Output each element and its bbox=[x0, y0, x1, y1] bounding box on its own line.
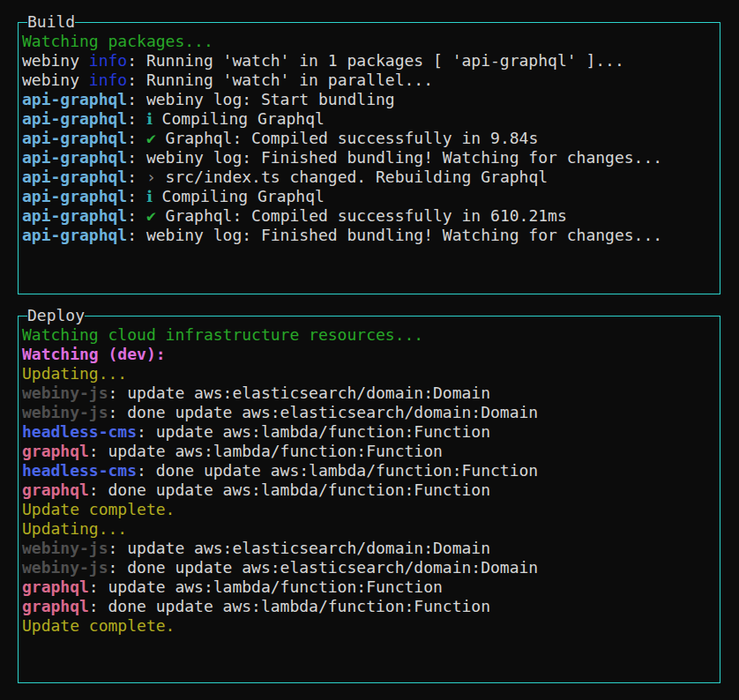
log-text: src/index.ts changed. Rebuilding Graphql bbox=[156, 168, 548, 186]
log-text: api-graphql bbox=[22, 90, 127, 108]
log-text: : update aws:lambda/function:Function bbox=[89, 442, 443, 460]
log-text: graphql bbox=[22, 442, 89, 460]
log-line: graphql: update aws:lambda/function:Func… bbox=[22, 577, 716, 597]
log-text: Update complete. bbox=[22, 500, 175, 518]
check-icon: ✔ bbox=[146, 206, 156, 225]
log-line: Update complete. bbox=[22, 616, 716, 636]
log-text: Updating... bbox=[22, 364, 127, 383]
log-text: : webiny log: Start bundling bbox=[127, 90, 394, 108]
check-icon: ✔ bbox=[146, 129, 156, 147]
build-panel-title: Build bbox=[27, 12, 75, 32]
log-text: : done update aws:lambda/function:Functi… bbox=[137, 461, 538, 480]
log-text: api-graphql bbox=[22, 206, 127, 225]
log-text: api-graphql bbox=[22, 168, 127, 186]
log-text: webiny bbox=[22, 71, 89, 89]
log-text: info bbox=[89, 51, 127, 70]
terminal-screen: { "palette": { "bg": "#0c0c0c", "border"… bbox=[0, 0, 739, 700]
log-line: Watching packages... bbox=[22, 32, 716, 51]
log-text: api-graphql bbox=[22, 187, 127, 205]
info-icon: ℹ bbox=[146, 109, 153, 128]
log-text: headless-cms bbox=[22, 461, 137, 480]
log-text: : webiny log: Finished bundling! Watchin… bbox=[127, 148, 662, 167]
log-text: : bbox=[127, 187, 146, 205]
log-line: webiny info: Running 'watch' in 1 packag… bbox=[22, 51, 716, 71]
log-line: webiny info: Running 'watch' in parallel… bbox=[22, 71, 716, 90]
log-text: webiny-js bbox=[22, 403, 108, 421]
log-line: api-graphql: ℹ Compiling Graphql bbox=[22, 187, 716, 206]
log-line: webiny-js: done update aws:elasticsearch… bbox=[22, 403, 716, 422]
log-text: graphql bbox=[22, 480, 89, 499]
log-text: graphql bbox=[22, 577, 89, 596]
log-text: : update aws:elasticsearch/domain:Domain bbox=[108, 384, 490, 402]
log-line: Updating... bbox=[22, 519, 716, 539]
log-text: webiny-js bbox=[22, 539, 108, 557]
log-text: Compiling Graphql bbox=[153, 187, 325, 205]
log-line: webiny-js: done update aws:elasticsearch… bbox=[22, 558, 716, 577]
log-line: Updating... bbox=[22, 364, 716, 384]
log-line: webiny-js: update aws:elasticsearch/doma… bbox=[22, 384, 716, 403]
log-text: : update aws:elasticsearch/domain:Domain bbox=[108, 539, 490, 557]
log-line: api-graphql: ✔ Graphql: Compiled success… bbox=[22, 129, 716, 148]
log-text: : done update aws:lambda/function:Functi… bbox=[89, 480, 490, 499]
log-line: Watching cloud infrastructure resources.… bbox=[22, 325, 716, 345]
log-text: : update aws:lambda/function:Function bbox=[137, 422, 490, 441]
log-text: : bbox=[127, 109, 146, 128]
log-text: api-graphql bbox=[22, 109, 127, 128]
log-line: graphql: update aws:lambda/function:Func… bbox=[22, 442, 716, 461]
log-line: api-graphql: ✔ Graphql: Compiled success… bbox=[22, 206, 716, 226]
log-text: Watching (dev): bbox=[22, 345, 166, 363]
deploy-panel: Deploy Watching cloud infrastructure res… bbox=[18, 316, 720, 683]
log-text: Update complete. bbox=[22, 616, 175, 635]
log-text: : bbox=[127, 129, 146, 147]
log-text: webiny-js bbox=[22, 558, 108, 577]
log-text: webiny bbox=[22, 51, 89, 70]
log-text: : webiny log: Finished bundling! Watchin… bbox=[127, 226, 662, 244]
log-text: api-graphql bbox=[22, 129, 127, 147]
log-text: Graphql: Compiled successfully in 610.21… bbox=[156, 206, 567, 225]
log-text: api-graphql bbox=[22, 148, 127, 167]
log-text: : done update aws:lambda/function:Functi… bbox=[89, 597, 490, 615]
log-text: headless-cms bbox=[22, 422, 137, 441]
log-text: Updating... bbox=[22, 519, 127, 538]
log-line: headless-cms: done update aws:lambda/fun… bbox=[22, 461, 716, 480]
log-text: : bbox=[127, 206, 146, 225]
log-line: api-graphql: › src/index.ts changed. Reb… bbox=[22, 168, 716, 187]
log-line: graphql: done update aws:lambda/function… bbox=[22, 480, 716, 500]
log-text: : Running 'watch' in 1 packages [ 'api-g… bbox=[127, 51, 624, 70]
log-text: graphql bbox=[22, 597, 89, 615]
log-text: : update aws:lambda/function:Function bbox=[89, 577, 443, 596]
log-text: info bbox=[89, 71, 127, 89]
log-text: Compiling Graphql bbox=[153, 109, 325, 128]
info-icon: ℹ bbox=[146, 187, 153, 205]
log-line: api-graphql: webiny log: Finished bundli… bbox=[22, 226, 716, 245]
deploy-log-output: Watching cloud infrastructure resources.… bbox=[19, 316, 720, 674]
log-text: api-graphql bbox=[22, 226, 127, 244]
log-line: api-graphql: webiny log: Start bundling bbox=[22, 90, 716, 109]
build-log-output: Watching packages...webiny info: Running… bbox=[19, 23, 720, 285]
log-line: graphql: done update aws:lambda/function… bbox=[22, 597, 716, 616]
log-text: Watching packages... bbox=[22, 32, 213, 50]
log-line: webiny-js: update aws:elasticsearch/doma… bbox=[22, 539, 716, 558]
log-line: api-graphql: webiny log: Finished bundli… bbox=[22, 148, 716, 168]
log-text: : done update aws:elasticsearch/domain:D… bbox=[108, 403, 539, 421]
chevron-icon: › bbox=[146, 168, 156, 186]
deploy-panel-title: Deploy bbox=[27, 306, 85, 325]
log-text: Graphql: Compiled successfully in 9.84s bbox=[156, 129, 538, 147]
log-line: Watching (dev): bbox=[22, 345, 716, 364]
log-line: Update complete. bbox=[22, 500, 716, 519]
log-line: headless-cms: update aws:lambda/function… bbox=[22, 422, 716, 442]
log-text: : done update aws:elasticsearch/domain:D… bbox=[108, 558, 539, 577]
log-text: Watching cloud infrastructure resources.… bbox=[22, 325, 423, 344]
log-text: webiny-js bbox=[22, 384, 108, 402]
log-text: : bbox=[127, 168, 146, 186]
log-text: : Running 'watch' in parallel... bbox=[127, 71, 433, 89]
build-panel: Build Watching packages...webiny info: R… bbox=[18, 22, 720, 294]
log-line: api-graphql: ℹ Compiling Graphql bbox=[22, 109, 716, 129]
